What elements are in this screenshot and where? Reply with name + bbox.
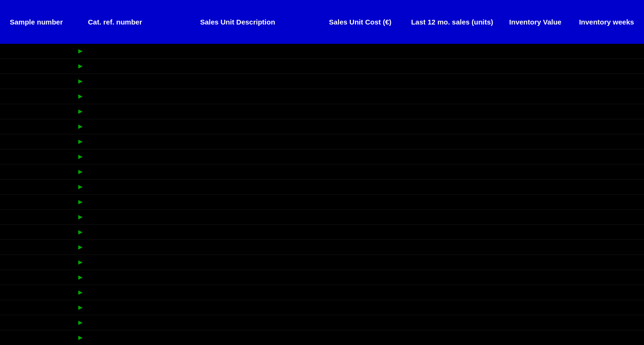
cell-sample <box>0 276 73 279</box>
cell-invweeks <box>569 110 644 114</box>
cell-invweeks <box>569 200 644 204</box>
cell-catref: ▶ <box>73 91 157 101</box>
cell-description <box>157 110 318 114</box>
header-invweeks: Inventory weeks <box>569 14 644 31</box>
cell-catref: ▶ <box>73 303 157 312</box>
table-row[interactable]: ▶ <box>0 285 644 300</box>
cell-invweeks <box>569 261 644 264</box>
cell-value <box>502 140 569 144</box>
cell-value <box>502 110 569 114</box>
row-indicator-icon: ▶ <box>77 274 85 280</box>
cell-catref: ▶ <box>73 257 157 267</box>
row-indicator-icon: ▶ <box>77 320 85 326</box>
cell-catref: ▶ <box>73 122 157 131</box>
row-indicator-icon: ▶ <box>77 229 85 235</box>
cell-sales <box>403 246 502 249</box>
cell-cost <box>318 276 403 279</box>
row-indicator-icon: ▶ <box>77 244 85 250</box>
cell-catref: ▶ <box>73 333 157 343</box>
cell-invweeks <box>569 95 644 99</box>
table-row[interactable]: ▶ <box>0 270 644 285</box>
cell-description <box>157 261 318 264</box>
cell-sample <box>0 110 73 114</box>
table-row[interactable]: ▶ <box>0 164 644 180</box>
row-indicator-icon: ▶ <box>77 335 85 341</box>
cell-sample <box>0 291 73 295</box>
cell-catref: ▶ <box>73 212 157 222</box>
cell-cost <box>318 155 403 159</box>
row-indicator-icon: ▶ <box>77 289 85 296</box>
row-indicator-icon: ▶ <box>77 123 85 130</box>
cell-description <box>157 80 318 83</box>
cell-invweeks <box>569 230 644 234</box>
cell-catref: ▶ <box>73 272 157 282</box>
cell-sales <box>403 291 502 295</box>
cell-value <box>502 215 569 219</box>
cell-cost <box>318 261 403 264</box>
table-row[interactable]: ▶ <box>0 330 644 345</box>
cell-catref: ▶ <box>73 152 157 162</box>
cell-cost <box>318 49 403 53</box>
cell-catref: ▶ <box>73 107 157 116</box>
table-row[interactable]: ▶ <box>0 89 644 104</box>
cell-sales <box>403 185 502 189</box>
cell-sample <box>0 80 73 83</box>
cell-value <box>502 246 569 249</box>
table-row[interactable]: ▶ <box>0 300 644 315</box>
cell-value <box>502 261 569 264</box>
table-row[interactable]: ▶ <box>0 149 644 164</box>
cell-sample <box>0 200 73 204</box>
table-row[interactable]: ▶ <box>0 44 644 59</box>
cell-value <box>502 80 569 83</box>
cell-value <box>502 125 569 129</box>
cell-description <box>157 125 318 129</box>
table-row[interactable]: ▶ <box>0 240 644 255</box>
cell-invweeks <box>569 215 644 219</box>
cell-cost <box>318 185 403 189</box>
cell-invweeks <box>569 276 644 279</box>
cell-sales <box>403 155 502 159</box>
table-row[interactable]: ▶ <box>0 225 644 240</box>
cell-invweeks <box>569 321 644 325</box>
cell-invweeks <box>569 140 644 144</box>
row-indicator-icon: ▶ <box>77 78 85 84</box>
cell-catref: ▶ <box>73 288 157 297</box>
row-indicator-icon: ▶ <box>77 48 85 54</box>
cell-sales <box>403 125 502 129</box>
table-row[interactable]: ▶ <box>0 119 644 134</box>
cell-value <box>502 65 569 68</box>
cell-value <box>502 230 569 234</box>
cell-description <box>157 140 318 144</box>
cell-catref: ▶ <box>73 197 157 207</box>
table-row[interactable]: ▶ <box>0 255 644 270</box>
cell-value <box>502 200 569 204</box>
cell-sample <box>0 261 73 264</box>
cell-cost <box>318 80 403 83</box>
cell-description <box>157 65 318 68</box>
table-row[interactable]: ▶ <box>0 134 644 149</box>
cell-cost <box>318 291 403 295</box>
table-row[interactable]: ▶ <box>0 104 644 119</box>
header-value: Inventory Value <box>502 14 569 31</box>
row-indicator-icon: ▶ <box>77 169 85 175</box>
cell-value <box>502 336 569 340</box>
cell-sales <box>403 80 502 83</box>
table-row[interactable]: ▶ <box>0 315 644 330</box>
cell-cost <box>318 65 403 68</box>
table-row[interactable]: ▶ <box>0 195 644 210</box>
table-row[interactable]: ▶ <box>0 210 644 225</box>
row-indicator-icon: ▶ <box>77 259 85 265</box>
row-indicator-icon: ▶ <box>77 199 85 205</box>
cell-invweeks <box>569 336 644 340</box>
table-row[interactable]: ▶ <box>0 74 644 89</box>
table-row[interactable]: ▶ <box>0 180 644 195</box>
cell-value <box>502 291 569 295</box>
cell-sample <box>0 49 73 53</box>
cell-sample <box>0 246 73 249</box>
header-description: Sales Unit Description <box>157 14 318 31</box>
cell-cost <box>318 140 403 144</box>
cell-invweeks <box>569 246 644 249</box>
header-sales: Last 12 mo. sales (units) <box>403 14 502 31</box>
cell-catref: ▶ <box>73 167 157 177</box>
table-row[interactable]: ▶ <box>0 59 644 74</box>
